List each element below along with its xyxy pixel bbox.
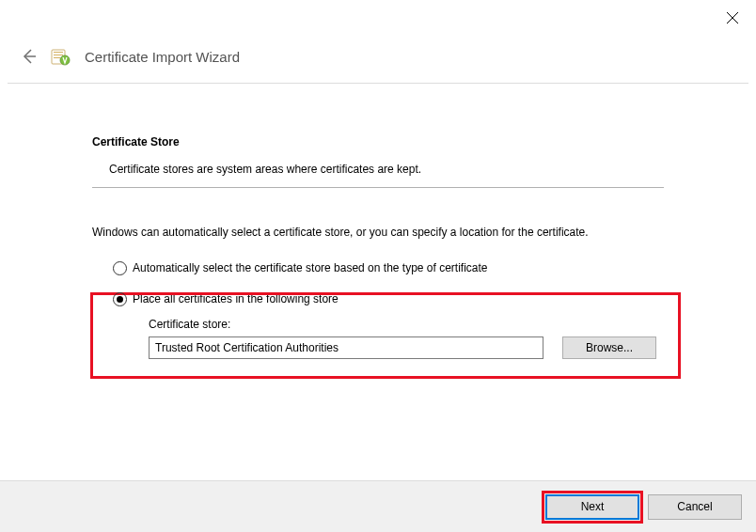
wizard-header: Certificate Import Wizard	[0, 39, 756, 83]
content-pane: Certificate Store Certificate stores are…	[0, 84, 756, 359]
section-separator	[92, 187, 664, 188]
wizard-title: Certificate Import Wizard	[85, 49, 240, 65]
store-label: Certificate store:	[149, 318, 664, 331]
section-heading: Certificate Store	[92, 135, 664, 149]
section-description: Certificate stores are system areas wher…	[109, 162, 664, 178]
option-auto-label: Automatically select the certificate sto…	[133, 261, 488, 274]
radio-auto[interactable]	[113, 261, 127, 275]
certificate-wizard-icon	[51, 47, 71, 66]
radio-manual[interactable]	[113, 292, 127, 306]
options-group: Automatically select the certificate sto…	[92, 261, 664, 359]
svg-rect-5	[54, 55, 63, 55]
section-instruction: Windows can automatically select a certi…	[92, 224, 664, 241]
next-highlight: Next	[545, 494, 639, 520]
store-section: Certificate store: Browse...	[149, 318, 664, 359]
svg-rect-4	[54, 52, 63, 53]
option-manual[interactable]: Place all certificates in the following …	[113, 292, 664, 306]
next-button[interactable]: Next	[545, 494, 639, 520]
titlebar	[0, 0, 756, 39]
browse-button[interactable]: Browse...	[562, 336, 656, 359]
option-manual-label: Place all certificates in the following …	[133, 292, 339, 305]
close-icon[interactable]	[726, 11, 739, 24]
cancel-button[interactable]: Cancel	[648, 494, 742, 520]
svg-rect-6	[54, 57, 60, 58]
back-arrow-icon[interactable]	[19, 47, 38, 66]
store-input[interactable]	[149, 336, 543, 359]
footer-bar: Next Cancel	[0, 480, 756, 532]
option-auto[interactable]: Automatically select the certificate sto…	[113, 261, 664, 275]
